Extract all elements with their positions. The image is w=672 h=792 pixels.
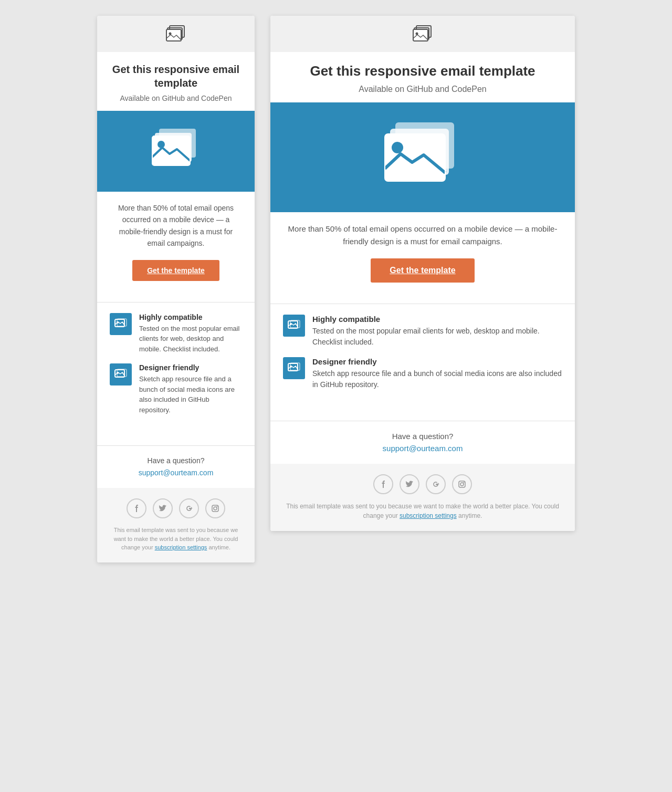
mobile-divider-1 bbox=[97, 302, 255, 303]
svg-rect-2 bbox=[166, 29, 181, 41]
desktop-divider-2 bbox=[270, 421, 575, 421]
svg-point-34 bbox=[460, 483, 464, 486]
mobile-twitter-button[interactable] bbox=[153, 498, 173, 518]
mobile-hero-image-icon bbox=[150, 166, 202, 175]
desktop-top-image-stack-icon bbox=[412, 36, 433, 45]
mobile-main-text: More than 50% of total email opens occur… bbox=[110, 202, 242, 249]
desktop-cta-button[interactable]: Get the template bbox=[371, 258, 474, 283]
mobile-compatible-title: Highly compatible bbox=[139, 313, 242, 321]
svg-point-17 bbox=[217, 506, 218, 507]
desktop-designer-title: Designer friendly bbox=[312, 357, 562, 366]
mobile-top-icon-area bbox=[97, 16, 255, 52]
mobile-social-footer: This email template was sent to you beca… bbox=[97, 488, 255, 562]
desktop-support-email[interactable]: support@ourteam.com bbox=[383, 444, 463, 453]
mobile-support-email[interactable]: support@ourteam.com bbox=[139, 468, 214, 477]
mobile-instagram-button[interactable] bbox=[205, 498, 225, 518]
desktop-feature-compatible: Highly compatible Tested on the most pop… bbox=[283, 315, 562, 348]
mobile-question-text: Have a question? bbox=[110, 456, 242, 465]
mobile-feature-designer: Designer friendly Sketch app resource fi… bbox=[110, 363, 242, 415]
mobile-compatible-icon-box bbox=[110, 313, 132, 335]
mobile-designer-desc: Sketch app resource file and a bunch of … bbox=[139, 374, 242, 415]
desktop-designer-desc: Sketch app resource file and a bunch of … bbox=[312, 368, 562, 390]
desktop-feature-designer: Designer friendly Sketch app resource fi… bbox=[283, 357, 562, 390]
desktop-instagram-button[interactable] bbox=[452, 474, 472, 494]
desktop-compatible-desc: Tested on the most popular email clients… bbox=[312, 326, 562, 348]
mobile-facebook-button[interactable] bbox=[127, 498, 146, 518]
desktop-divider-1 bbox=[270, 304, 575, 304]
desktop-social-icons bbox=[283, 474, 562, 494]
desktop-email-title: Get this responsive email template bbox=[283, 62, 562, 80]
mobile-email-subtitle: Available on GitHub and CodePen bbox=[110, 94, 242, 102]
mobile-email-card: Get this responsive email template Avail… bbox=[97, 16, 255, 562]
mobile-question-section: Have a question? support@ourteam.com bbox=[97, 456, 255, 488]
mobile-divider-2 bbox=[97, 445, 255, 446]
svg-point-25 bbox=[392, 142, 403, 153]
desktop-features-section: Highly compatible Tested on the most pop… bbox=[270, 315, 575, 410]
svg-point-35 bbox=[464, 482, 465, 483]
desktop-hero-image-icon bbox=[381, 187, 465, 196]
svg-rect-20 bbox=[413, 29, 428, 41]
mobile-designer-icon-box bbox=[110, 363, 132, 385]
desktop-email-card: Get this responsive email template Avail… bbox=[270, 16, 575, 531]
svg-point-16 bbox=[214, 507, 217, 510]
desktop-top-icon-area bbox=[270, 16, 575, 52]
desktop-email-subtitle: Available on GitHub and CodePen bbox=[283, 85, 562, 94]
mobile-subscription-link[interactable]: subscription settings bbox=[155, 544, 207, 550]
desktop-compatible-icon-box bbox=[283, 315, 305, 337]
svg-point-7 bbox=[158, 141, 165, 148]
mobile-compatible-desc: Tested on the most popular email clients… bbox=[139, 324, 242, 355]
desktop-question-section: Have a question? support@ourteam.com bbox=[270, 432, 575, 464]
mobile-features-section: Highly compatible Tested on the most pop… bbox=[97, 313, 255, 435]
desktop-googleplus-button[interactable] bbox=[426, 474, 446, 494]
svg-rect-24 bbox=[385, 134, 445, 181]
desktop-designer-text: Designer friendly Sketch app resource fi… bbox=[312, 357, 562, 390]
desktop-compatible-text: Highly compatible Tested on the most pop… bbox=[312, 315, 562, 348]
desktop-footer-text: This email template was sent to you beca… bbox=[283, 502, 562, 520]
desktop-twitter-button[interactable] bbox=[400, 474, 419, 494]
mobile-compatible-text: Highly compatible Tested on the most pop… bbox=[139, 313, 242, 355]
mobile-feature-compatible: Highly compatible Tested on the most pop… bbox=[110, 313, 242, 355]
mobile-cta-button[interactable]: Get the template bbox=[132, 260, 219, 281]
mobile-hero-section bbox=[97, 111, 255, 192]
desktop-main-text: More than 50% of total email opens occur… bbox=[283, 223, 562, 248]
desktop-social-footer: This email template was sent to you beca… bbox=[270, 464, 575, 531]
mobile-designer-title: Designer friendly bbox=[139, 363, 242, 372]
desktop-facebook-button[interactable] bbox=[373, 474, 393, 494]
desktop-card-body: More than 50% of total email opens occur… bbox=[270, 212, 575, 293]
desktop-subscription-link[interactable]: subscription settings bbox=[400, 512, 457, 519]
desktop-title-section: Get this responsive email template Avail… bbox=[270, 52, 575, 102]
mobile-title-section: Get this responsive email template Avail… bbox=[97, 52, 255, 111]
mobile-footer-text: This email template was sent to you beca… bbox=[110, 526, 242, 552]
mobile-email-title: Get this responsive email template bbox=[110, 62, 242, 90]
mobile-top-image-stack-icon bbox=[165, 36, 186, 45]
desktop-designer-icon-box bbox=[283, 357, 305, 379]
mobile-designer-text: Designer friendly Sketch app resource fi… bbox=[139, 363, 242, 415]
mobile-social-icons bbox=[110, 498, 242, 518]
desktop-question-text: Have a question? bbox=[283, 432, 562, 441]
mobile-googleplus-button[interactable] bbox=[179, 498, 199, 518]
desktop-compatible-title: Highly compatible bbox=[312, 315, 562, 324]
mobile-card-body: More than 50% of total email opens occur… bbox=[97, 192, 255, 291]
desktop-hero-section bbox=[270, 102, 575, 212]
